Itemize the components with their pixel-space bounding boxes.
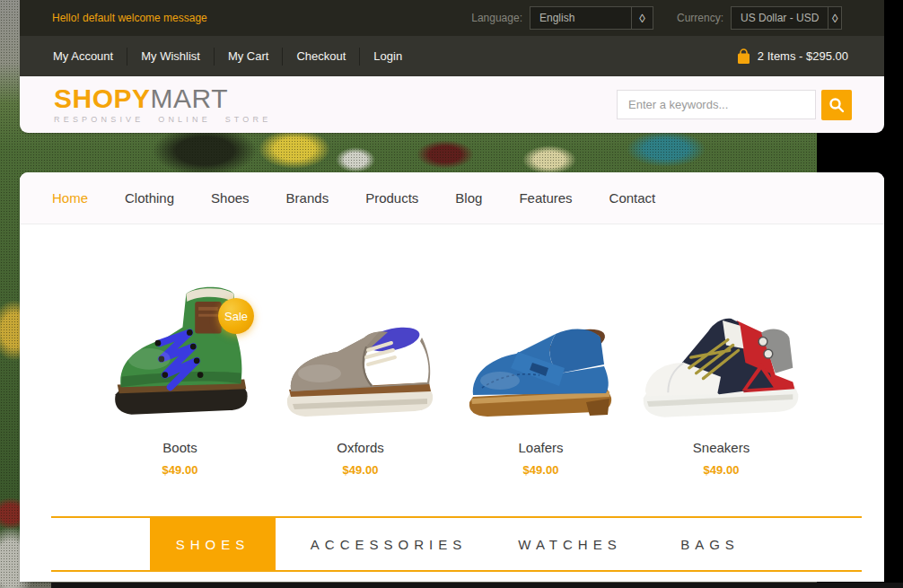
- product-name[interactable]: Sneakers: [631, 440, 811, 455]
- product-image-boots[interactable]: Sale: [90, 273, 270, 429]
- nav-item-features[interactable]: Features: [519, 190, 572, 206]
- search-button[interactable]: [821, 90, 852, 120]
- cart-summary-text: 2 Items - $295.00: [758, 49, 848, 63]
- nav-item-shoes[interactable]: Shoes: [211, 190, 250, 206]
- main-nav: Home Clothing Shoes Brands Products Blog…: [20, 172, 884, 224]
- loafer-illustration: [460, 302, 622, 429]
- sale-badge: Sale: [218, 298, 254, 334]
- user-links-bar: My Account My Wishlist My Cart Checkout …: [20, 36, 884, 76]
- link-my-wishlist[interactable]: My Wishlist: [127, 48, 214, 65]
- sneaker-illustration: [638, 294, 805, 429]
- site-header: SHOPYMART RESPONSIVE ONLINE STORE: [20, 76, 884, 133]
- product-price: $49.00: [270, 463, 451, 477]
- nav-item-products[interactable]: Products: [365, 190, 418, 206]
- product-image-oxfords[interactable]: [270, 273, 451, 429]
- top-utility-bar: Hello! default welcome message Language:…: [20, 0, 884, 36]
- link-checkout[interactable]: Checkout: [283, 48, 359, 65]
- product-name[interactable]: Oxfords: [270, 440, 451, 455]
- nav-item-blog[interactable]: Blog: [455, 190, 482, 206]
- nav-item-clothing[interactable]: Clothing: [125, 190, 174, 206]
- oxford-illustration: [280, 302, 442, 429]
- product-card-boots: Sale Boots $49.00: [90, 273, 270, 477]
- welcome-message: Hello! default welcome message: [52, 12, 207, 24]
- link-login[interactable]: Login: [360, 48, 416, 65]
- product-card-sneakers: Sneakers $49.00: [631, 273, 811, 477]
- product-image-sneakers[interactable]: [631, 273, 811, 429]
- tab-accessories[interactable]: ACCESSORIES: [302, 518, 475, 570]
- footer-strip: [51, 583, 903, 588]
- product-price: $49.00: [451, 463, 631, 477]
- product-price: $49.00: [90, 463, 270, 477]
- site-logo[interactable]: SHOPYMART RESPONSIVE ONLINE STORE: [54, 85, 271, 124]
- product-price: $49.00: [631, 463, 811, 477]
- logo-tagline: RESPONSIVE ONLINE STORE: [54, 116, 271, 124]
- search-input[interactable]: [617, 90, 816, 119]
- category-tabbar: SHOES ACCESSORIES WATCHES BAGS: [51, 516, 862, 572]
- search-icon: [828, 97, 845, 113]
- currency-select[interactable]: US Dollar - USD ◊: [731, 6, 842, 30]
- tab-bags[interactable]: BAGS: [667, 518, 753, 570]
- language-select[interactable]: English ◊: [530, 6, 653, 30]
- main-content-card: Home Clothing Shoes Brands Products Blog…: [20, 172, 884, 582]
- tab-shoes[interactable]: SHOES: [150, 518, 276, 570]
- product-card-oxfords: Oxfords $49.00: [270, 273, 451, 477]
- link-my-cart[interactable]: My Cart: [215, 48, 283, 65]
- currency-label: Currency:: [677, 12, 723, 24]
- tab-watches[interactable]: WATCHES: [507, 518, 633, 570]
- product-name[interactable]: Loafers: [451, 440, 631, 455]
- logo-primary: SHOPY: [54, 83, 151, 113]
- product-image-loafers[interactable]: [451, 273, 631, 429]
- select-arrows-icon: ◊: [828, 7, 841, 29]
- cart-summary[interactable]: 2 Items - $295.00: [737, 48, 848, 65]
- logo-secondary: MART: [151, 83, 228, 113]
- nav-item-brands[interactable]: Brands: [286, 190, 329, 206]
- shopping-bag-icon: [737, 48, 750, 65]
- nav-item-home[interactable]: Home: [52, 190, 88, 206]
- product-grid: Sale Boots $49.00 Oxfords: [20, 224, 884, 477]
- currency-value: US Dollar - USD: [732, 12, 828, 24]
- select-arrows-icon: ◊: [631, 7, 653, 29]
- product-card-loafers: Loafers $49.00: [451, 273, 631, 477]
- link-my-account[interactable]: My Account: [39, 48, 127, 65]
- language-label: Language:: [471, 12, 522, 24]
- nav-item-contact[interactable]: Contact: [609, 190, 656, 206]
- product-name[interactable]: Boots: [90, 440, 270, 455]
- language-value: English: [530, 12, 631, 24]
